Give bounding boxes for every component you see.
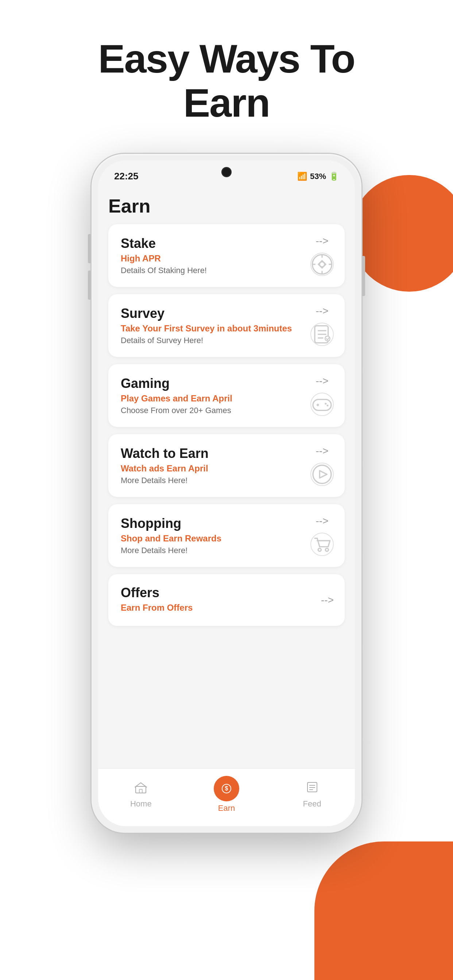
offers-card-right: --> bbox=[321, 594, 334, 606]
offers-arrow-icon: --> bbox=[321, 594, 334, 606]
watch-title: Watch to Earn bbox=[121, 446, 303, 461]
stake-subtitle: High APR bbox=[121, 253, 303, 264]
shopping-subtitle: Shop and Earn Rewards bbox=[121, 533, 303, 544]
screen-header: Earn bbox=[108, 185, 345, 224]
home-icon bbox=[134, 781, 147, 797]
shopping-card[interactable]: Shopping Shop and Earn Rewards More Deta… bbox=[108, 504, 345, 567]
power-button bbox=[362, 256, 365, 296]
bg-blob-top-right bbox=[351, 175, 453, 292]
status-bar: 22:25 📶 53% 🔋 bbox=[98, 161, 355, 185]
nav-feed-label: Feed bbox=[303, 799, 321, 809]
watch-card-right: --> bbox=[310, 445, 334, 486]
status-time: 22:25 bbox=[114, 170, 139, 182]
shopping-title: Shopping bbox=[121, 516, 303, 531]
battery-text: 53% bbox=[310, 172, 326, 181]
gaming-card-right: --> bbox=[310, 375, 334, 416]
watch-desc: More Details Here! bbox=[121, 476, 303, 485]
shopping-icon bbox=[310, 533, 334, 556]
survey-card-content: Survey Take Your First Survey in about 3… bbox=[121, 306, 303, 345]
gaming-card-content: Gaming Play Games and Earn April Choose … bbox=[121, 376, 303, 415]
survey-title: Survey bbox=[121, 306, 303, 321]
nav-home[interactable]: Home bbox=[98, 781, 184, 809]
nav-earn-label: Earn bbox=[218, 803, 235, 813]
svg-point-18 bbox=[325, 548, 328, 551]
gaming-desc: Choose From over 20+ Games bbox=[121, 406, 303, 415]
page-title-line2: Earn bbox=[183, 80, 270, 125]
svg-point-1 bbox=[319, 262, 324, 267]
page-wrapper: Easy Ways To Earn 22:25 📶 53% 🔋 bbox=[0, 0, 453, 980]
survey-subtitle: Take Your First Survey in about 3minutes bbox=[121, 323, 303, 334]
shopping-card-content: Shopping Shop and Earn Rewards More Deta… bbox=[121, 516, 303, 555]
stake-icon bbox=[310, 253, 334, 276]
svg-point-16 bbox=[313, 465, 331, 484]
front-camera bbox=[222, 167, 231, 177]
svg-rect-11 bbox=[313, 399, 331, 410]
nav-home-label: Home bbox=[130, 799, 152, 809]
survey-icon bbox=[310, 323, 334, 346]
shopping-card-right: --> bbox=[310, 515, 334, 556]
screen-content: Earn Stake High APR Details Of Staking H… bbox=[98, 185, 355, 768]
svg-rect-19 bbox=[136, 786, 146, 793]
survey-desc: Details of Survey Here! bbox=[121, 336, 303, 345]
gaming-icon bbox=[310, 393, 334, 416]
gaming-subtitle: Play Games and Earn April bbox=[121, 393, 303, 404]
survey-card-right: --> bbox=[310, 305, 334, 346]
bg-blob-bottom-right bbox=[314, 842, 453, 980]
page-title: Easy Ways To Earn bbox=[98, 37, 355, 125]
stake-card-right: --> bbox=[310, 235, 334, 276]
stake-card[interactable]: Stake High APR Details Of Staking Here! … bbox=[108, 224, 345, 287]
bottom-nav: Home $ Earn bbox=[98, 768, 355, 826]
earn-title: Earn bbox=[108, 195, 345, 217]
status-icons: 📶 53% 🔋 bbox=[297, 172, 339, 181]
offers-card-content: Offers Earn From Offers bbox=[121, 585, 314, 615]
earn-icon-active: $ bbox=[214, 776, 239, 801]
svg-rect-20 bbox=[139, 789, 142, 793]
offers-title: Offers bbox=[121, 585, 314, 600]
phone-outer: 22:25 📶 53% 🔋 Earn bbox=[91, 154, 362, 833]
stake-title: Stake bbox=[121, 236, 303, 251]
watch-card-content: Watch to Earn Watch ads Earn April More … bbox=[121, 446, 303, 485]
earn-cards-list: Stake High APR Details Of Staking Here! … bbox=[108, 224, 345, 633]
svg-point-15 bbox=[327, 405, 329, 407]
shopping-arrow-icon: --> bbox=[316, 515, 329, 527]
nav-feed[interactable]: Feed bbox=[269, 781, 355, 809]
wifi-icon: 📶 bbox=[297, 172, 307, 181]
stake-desc: Details Of Staking Here! bbox=[121, 266, 303, 275]
volume-up-button bbox=[88, 234, 91, 263]
stake-card-content: Stake High APR Details Of Staking Here! bbox=[121, 236, 303, 275]
watch-card[interactable]: Watch to Earn Watch ads Earn April More … bbox=[108, 434, 345, 497]
shopping-desc: More Details Here! bbox=[121, 546, 303, 555]
stake-arrow-icon: --> bbox=[316, 235, 329, 247]
gaming-arrow-icon: --> bbox=[316, 375, 329, 387]
svg-text:$: $ bbox=[225, 785, 228, 792]
svg-point-17 bbox=[318, 548, 321, 551]
survey-card[interactable]: Survey Take Your First Survey in about 3… bbox=[108, 294, 345, 357]
page-title-line1: Easy Ways To bbox=[98, 36, 355, 81]
volume-down-button bbox=[88, 270, 91, 300]
gaming-card[interactable]: Gaming Play Games and Earn April Choose … bbox=[108, 364, 345, 427]
feed-icon bbox=[306, 781, 319, 797]
nav-earn[interactable]: $ Earn bbox=[184, 776, 270, 813]
offers-card[interactable]: Offers Earn From Offers --> bbox=[108, 574, 345, 626]
page-title-section: Easy Ways To Earn bbox=[98, 0, 355, 125]
watch-icon bbox=[310, 463, 334, 486]
svg-point-14 bbox=[325, 403, 327, 405]
survey-arrow-icon: --> bbox=[316, 305, 329, 317]
offers-subtitle: Earn From Offers bbox=[121, 603, 314, 613]
phone-mockup: 22:25 📶 53% 🔋 Earn bbox=[91, 154, 362, 833]
phone-screen: 22:25 📶 53% 🔋 Earn bbox=[98, 161, 355, 826]
watch-arrow-icon: --> bbox=[316, 445, 329, 457]
battery-icon: 🔋 bbox=[329, 172, 339, 181]
watch-subtitle: Watch ads Earn April bbox=[121, 463, 303, 474]
gaming-title: Gaming bbox=[121, 376, 303, 391]
